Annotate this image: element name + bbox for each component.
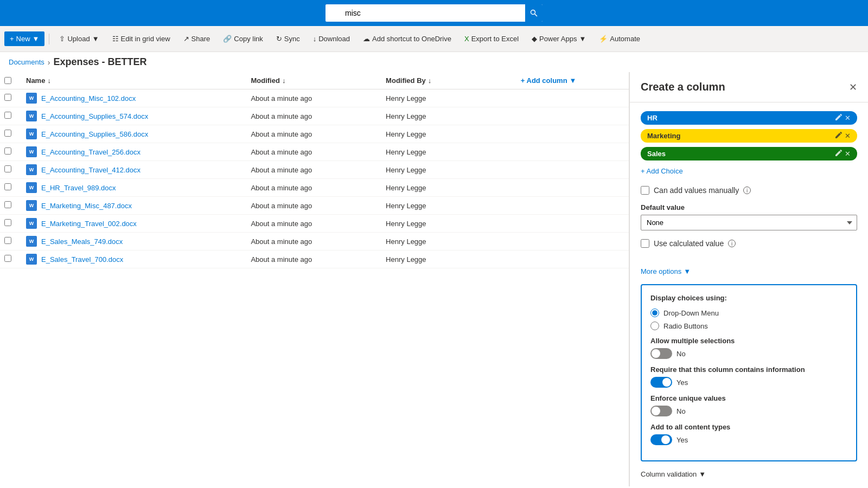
row-checkbox[interactable]: [4, 201, 11, 208]
plus-icon: +: [10, 35, 14, 43]
header-modified-col[interactable]: Modified ↓: [246, 76, 381, 85]
use-calculated-info-icon[interactable]: i: [728, 240, 736, 247]
require-column-label: Require that this column contains inform…: [650, 365, 847, 374]
enforce-unique-toggle[interactable]: [650, 406, 672, 416]
add-all-content-toggle[interactable]: [650, 434, 672, 445]
row-checkbox[interactable]: [4, 255, 11, 262]
name-col-label: Name: [26, 76, 45, 85]
list-header: Name ↓ Modified ↓ Modified By ↓ + Add co…: [0, 72, 629, 89]
choice-marketing-edit[interactable]: [835, 131, 843, 140]
export-excel-label: Export to Excel: [471, 35, 519, 43]
table-row: W E_Accounting_Supplies_586.docx About a…: [0, 125, 629, 143]
can-add-manually-check-row: Can add values manually i: [641, 186, 857, 195]
row-name-col: W E_Accounting_Supplies_586.docx: [22, 129, 246, 139]
file-name[interactable]: E_Accounting_Misc_102.docx: [41, 94, 136, 102]
search-input[interactable]: [345, 9, 521, 17]
upload-button[interactable]: ⇧ Upload ▼: [54, 31, 104, 46]
row-name-col: W E_Accounting_Misc_102.docx: [22, 93, 246, 104]
back-button[interactable]: ←: [330, 8, 339, 18]
power-apps-button[interactable]: ◆ Power Apps ▼: [526, 31, 591, 46]
choice-hr-label: HR: [647, 114, 658, 122]
file-icon: W: [26, 164, 37, 175]
add-choice-button[interactable]: + Add Choice: [641, 165, 683, 177]
row-checkbox[interactable]: [4, 94, 11, 101]
add-shortcut-button[interactable]: ☁ Add shortcut to OneDrive: [358, 31, 457, 46]
export-excel-button[interactable]: X Export to Excel: [459, 31, 524, 46]
powerapps-icon: ◆: [532, 35, 537, 43]
choice-hr-remove[interactable]: ✕: [845, 114, 851, 122]
file-name[interactable]: E_Marketing_Misc_487.docx: [41, 202, 132, 210]
header-name-col[interactable]: Name ↓: [22, 76, 246, 85]
column-validation-button[interactable]: Column validation ▼: [630, 470, 868, 486]
new-button[interactable]: + New ▼: [4, 31, 44, 46]
more-options-button[interactable]: More options ▼: [641, 265, 691, 284]
file-name[interactable]: E_Accounting_Travel_412.docx: [41, 166, 141, 174]
choice-sales-remove[interactable]: ✕: [845, 150, 851, 158]
allow-multiple-label: Allow multiple selections: [650, 337, 847, 345]
file-name[interactable]: E_Marketing_Travel_002.docx: [41, 220, 137, 228]
row-modified-col: About a minute ago: [246, 94, 381, 102]
row-checkbox[interactable]: [4, 165, 11, 172]
row-checkbox[interactable]: [4, 219, 11, 226]
choice-hr-actions: ✕: [835, 113, 851, 123]
can-add-manually-checkbox[interactable]: [641, 186, 649, 195]
row-name-col: W E_Sales_Travel_700.docx: [22, 254, 246, 265]
automate-button[interactable]: ⚡ Automate: [593, 31, 646, 46]
sort-icon-modified-by: ↓: [428, 76, 432, 85]
require-column-thumb: [662, 378, 671, 387]
copy-link-button[interactable]: 🔗 Copy link: [218, 31, 268, 46]
share-button[interactable]: ↗ Share: [178, 31, 216, 46]
row-modified-by-col: Henry Legge: [381, 130, 516, 138]
row-checkbox[interactable]: [4, 130, 11, 137]
radio-buttons-radio[interactable]: [650, 322, 659, 330]
row-modified-col: About a minute ago: [246, 202, 381, 210]
choice-marketing-actions: ✕: [835, 131, 851, 140]
require-column-toggle[interactable]: [650, 377, 672, 388]
row-checkbox[interactable]: [4, 183, 11, 190]
choice-hr-edit[interactable]: [835, 113, 843, 123]
file-name[interactable]: E_Sales_Travel_700.docx: [41, 255, 123, 264]
search-button[interactable]: [525, 4, 542, 22]
choice-marketing-remove[interactable]: ✕: [845, 132, 851, 140]
default-value-row: Default value None HR Marketing Sales: [641, 203, 857, 230]
file-name[interactable]: E_HR_Travel_989.docx: [41, 184, 116, 192]
download-button[interactable]: ↓ Download: [308, 31, 355, 46]
sync-icon: ↻: [276, 35, 282, 43]
file-name[interactable]: E_Accounting_Supplies_586.docx: [41, 130, 148, 138]
chevron-down-icon-2: ▼: [92, 35, 99, 43]
select-all-checkbox[interactable]: [4, 77, 11, 84]
can-add-manually-info-icon[interactable]: i: [743, 187, 751, 194]
document-list: Name ↓ Modified ↓ Modified By ↓ + Add co…: [0, 72, 629, 486]
choice-sales-edit[interactable]: [835, 149, 843, 158]
choice-sales: Sales ✕: [641, 147, 857, 160]
add-shortcut-label: Add shortcut to OneDrive: [372, 35, 451, 43]
file-name[interactable]: E_Sales_Meals_749.docx: [41, 237, 123, 246]
row-checkbox[interactable]: [4, 237, 11, 244]
allow-multiple-toggle[interactable]: [650, 348, 672, 359]
row-checkbox-col: [0, 112, 22, 120]
row-checkbox[interactable]: [4, 147, 11, 155]
file-name[interactable]: E_Accounting_Supplies_574.docx: [41, 112, 148, 120]
use-calculated-checkbox[interactable]: [641, 239, 649, 248]
panel-close-button[interactable]: ✕: [849, 81, 857, 93]
default-value-label: Default value: [641, 203, 857, 211]
toolbar-separator-1: [49, 34, 49, 44]
choice-hr: HR ✕: [641, 111, 857, 125]
add-column-button[interactable]: + Add column ▼: [521, 76, 577, 85]
modified-col-label: Modified: [251, 76, 279, 85]
row-checkbox[interactable]: [4, 112, 11, 119]
header-add-col[interactable]: + Add column ▼: [516, 76, 629, 85]
dropdown-radio[interactable]: [650, 309, 659, 317]
file-name[interactable]: E_Accounting_Travel_256.docx: [41, 148, 141, 156]
default-value-select[interactable]: None HR Marketing Sales: [641, 215, 857, 230]
allow-multiple-value: No: [676, 350, 686, 358]
use-calculated-row: Use calculated value i: [641, 239, 857, 248]
breadcrumb-parent[interactable]: Documents: [9, 58, 44, 66]
row-modified-col: About a minute ago: [246, 148, 381, 156]
new-label: New: [16, 35, 30, 43]
sync-button[interactable]: ↻ Sync: [271, 31, 305, 46]
edit-grid-button[interactable]: ☷ Edit in grid view: [107, 31, 176, 46]
header-modified-by-col[interactable]: Modified By ↓: [381, 76, 516, 85]
share-icon: ↗: [183, 35, 189, 43]
breadcrumb-separator: ›: [48, 58, 50, 67]
